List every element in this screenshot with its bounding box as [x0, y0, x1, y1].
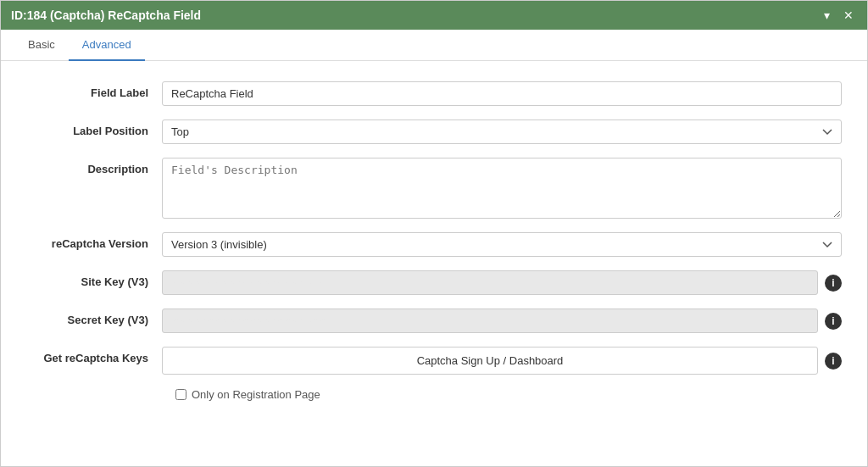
recaptcha-version-label: reCaptcha Version — [26, 232, 162, 250]
tab-advanced[interactable]: Advanced — [69, 30, 145, 61]
site-key-input[interactable] — [162, 270, 818, 295]
close-button[interactable]: ✕ — [840, 8, 857, 23]
get-keys-info-icon[interactable]: i — [825, 353, 842, 370]
site-key-info-icon[interactable]: i — [825, 275, 842, 292]
only-registration-row: Only on Registration Page — [175, 388, 842, 401]
label-position-row: Label Position Top Left Right Hidden — [26, 120, 842, 144]
label-position-wrap: Top Left Right Hidden — [162, 120, 842, 144]
tab-basic[interactable]: Basic — [14, 30, 69, 61]
get-keys-row: Get reCaptcha Keys Captcha Sign Up / Das… — [26, 347, 842, 375]
label-position-label: Label Position — [26, 120, 162, 137]
secret-key-label: Secret Key (V3) — [26, 309, 162, 326]
secret-key-row: Secret Key (V3) i — [26, 309, 842, 333]
label-position-select[interactable]: Top Left Right Hidden — [162, 120, 842, 144]
site-key-label: Site Key (V3) — [26, 270, 162, 288]
window: ID:184 (Captcha) ReCaptcha Field ▾ ✕ Bas… — [0, 0, 868, 467]
description-row: Description — [26, 158, 842, 219]
get-keys-label: Get reCaptcha Keys — [26, 347, 162, 364]
field-label-label: Field Label — [26, 81, 162, 99]
captcha-signup-button[interactable]: Captcha Sign Up / Dashboard — [162, 347, 818, 375]
field-label-wrap — [162, 81, 842, 106]
site-key-row: Site Key (V3) i — [26, 270, 842, 295]
title-bar-controls: ▾ ✕ — [821, 8, 857, 23]
recaptcha-version-wrap: Version 2 (checkbox) Version 2 (invisibl… — [162, 232, 842, 257]
get-keys-wrap: Captcha Sign Up / Dashboard i — [162, 347, 842, 375]
description-label: Description — [26, 158, 162, 175]
only-registration-label: Only on Registration Page — [192, 388, 320, 401]
tab-bar: Basic Advanced — [1, 30, 867, 61]
recaptcha-version-row: reCaptcha Version Version 2 (checkbox) V… — [26, 232, 842, 257]
only-registration-checkbox[interactable] — [175, 389, 186, 400]
recaptcha-version-select[interactable]: Version 2 (checkbox) Version 2 (invisibl… — [162, 232, 842, 257]
secret-key-input[interactable] — [162, 309, 818, 333]
secret-key-wrap: i — [162, 309, 842, 333]
form-body: Field Label Label Position Top Left Righ… — [1, 61, 867, 421]
minimize-button[interactable]: ▾ — [821, 8, 833, 23]
secret-key-info-icon[interactable]: i — [825, 313, 842, 330]
description-textarea[interactable] — [162, 158, 842, 219]
description-wrap — [162, 158, 842, 219]
window-title: ID:184 (Captcha) ReCaptcha Field — [11, 8, 201, 22]
title-bar: ID:184 (Captcha) ReCaptcha Field ▾ ✕ — [1, 1, 867, 30]
field-label-row: Field Label — [26, 81, 842, 106]
field-label-input[interactable] — [162, 81, 842, 106]
site-key-wrap: i — [162, 270, 842, 295]
